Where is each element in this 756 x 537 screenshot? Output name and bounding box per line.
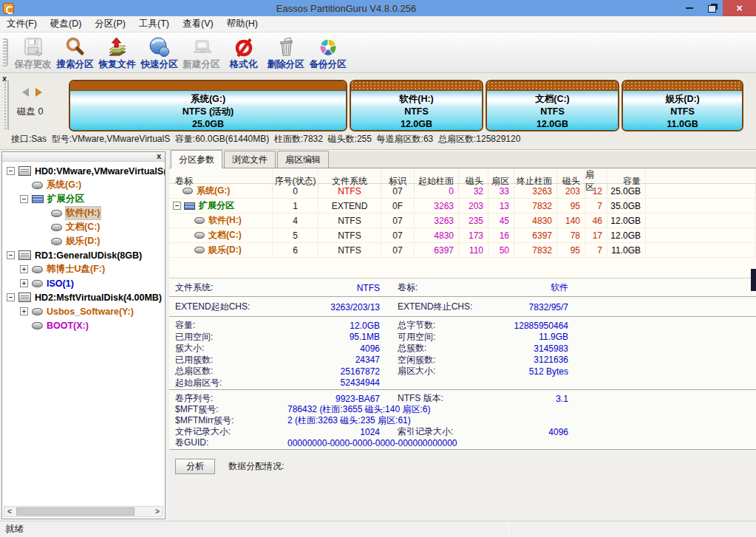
toolbar-button-search-partition[interactable]: 搜索分区 xyxy=(54,36,96,71)
tree-item-boot-x[interactable]: BOOT(X:) xyxy=(2,318,165,332)
toolbar-button-recover-files[interactable]: 恢复文件 xyxy=(96,36,138,71)
partition-icon xyxy=(51,224,62,231)
next-disk-arrow-icon[interactable] xyxy=(35,88,42,97)
detail-row: $MFTMirr簇号: 2 (柱面:3263 磁头:235 扇区:61) xyxy=(169,414,756,425)
partition-bar-software-h[interactable]: 软件(H:) NTFS 12.0GB xyxy=(350,80,483,131)
window-title: Eassos PartitionGuru V4.8.0.256 xyxy=(14,3,678,14)
detail-value: 4096 xyxy=(491,427,568,437)
menu-harddisk[interactable]: 硬盘(D) xyxy=(44,16,88,33)
tab-sector-edit[interactable]: 扇区编辑 xyxy=(277,151,329,168)
tab-partition-parameters[interactable]: 分区参数 xyxy=(171,150,222,168)
partition-bar-entertainment-d[interactable]: 娱乐(D:) NTFS 11.0GB xyxy=(622,80,743,131)
partition-name: 娱乐(D:) xyxy=(623,93,742,106)
toolbar-button-format[interactable]: 格式化 xyxy=(222,36,265,71)
partition-name: 文档(C:) xyxy=(487,93,618,106)
toolbar-button-quick-partition[interactable]: 快速分区 xyxy=(138,36,180,71)
tree-item-documents-c[interactable]: 文档(C:) xyxy=(2,220,165,234)
start-sector-cell: 45 xyxy=(488,213,514,228)
tree-item-usbos-software-y[interactable]: Usbos_Software(Y:) xyxy=(2,304,165,318)
table-row[interactable]: 软件(H:) 4 NTFS 07 3263 235 45 4830 140 46… xyxy=(169,213,756,228)
detail-row: 起始扇区号: 52434944 xyxy=(169,377,756,389)
volume-label-cell: 扩展分区 xyxy=(169,199,273,213)
partition-bar-system-g[interactable]: 系统(G:) NTFS (活动) 25.0GB xyxy=(69,80,347,131)
tree-item-rd1[interactable]: RD1:GeneralUDisk(8GB) xyxy=(2,248,165,262)
detail-label: 可用空间: xyxy=(380,331,491,343)
filesystem-cell: NTFS xyxy=(319,228,381,242)
tree-horizontal-scrollbar[interactable]: < > xyxy=(4,506,163,517)
tree-item-hd2[interactable]: HD2:MsftVirtualDisk(4.00MB) xyxy=(2,290,165,304)
scroll-left-icon[interactable]: < xyxy=(4,507,15,516)
menu-view[interactable]: 查看(V) xyxy=(176,16,220,33)
detail-label: 文件系统: xyxy=(169,281,287,294)
table-row[interactable]: 扩展分区 1 EXTEND 0F 3263 203 13 7832 95 7 3… xyxy=(169,199,756,213)
menu-partition[interactable]: 分区(P) xyxy=(88,16,132,33)
end-sector-cell: 17 xyxy=(585,228,607,242)
toolbar-grip xyxy=(3,38,7,66)
capacity-cell: 12.0GB xyxy=(607,228,646,242)
prev-disk-arrow-icon[interactable] xyxy=(22,88,29,97)
table-row[interactable]: 文档(C:) 5 NTFS 07 4830 173 16 6397 78 17 … xyxy=(169,228,756,243)
expand-expander-icon[interactable] xyxy=(20,265,28,273)
menu-file[interactable]: 文件(F) xyxy=(0,16,44,33)
collapse-expander-icon[interactable] xyxy=(7,293,15,301)
close-button[interactable]: × xyxy=(723,0,756,16)
filesystem-cell: EXTEND xyxy=(319,199,381,213)
tree-item-entertainment-d[interactable]: 娱乐(D:) xyxy=(2,234,165,248)
collapse-expander-icon[interactable] xyxy=(7,251,15,259)
table-header: 卷标 序号(状态) 文件系统 标识 起始柱面 磁头 扇区 终止柱面 磁头 扇区 … xyxy=(169,168,756,184)
tree-item-software-h[interactable]: 软件(H:) xyxy=(2,206,165,220)
scrollbar-thumb[interactable] xyxy=(16,507,134,516)
detail-value: 512 Bytes xyxy=(491,366,568,377)
tab-strip: 分区参数 浏览文件 扇区编辑 xyxy=(169,151,756,168)
partition-icon xyxy=(32,182,43,189)
tab-browse-files[interactable]: 浏览文件 xyxy=(224,151,276,168)
toolbar-button-delete-partition[interactable]: 删除分区 xyxy=(265,36,307,71)
details-actions: 分析 数据分配情况: xyxy=(169,450,756,474)
toolbar-button-save-changes[interactable]: 保存更改 xyxy=(12,36,54,71)
toolbar-label: 格式化 xyxy=(230,58,258,71)
trash-icon xyxy=(275,36,297,58)
expand-expander-icon[interactable] xyxy=(20,279,28,287)
detail-row: EXTEND起始CHS: 3263/203/13 EXTEND终止CHS: 78… xyxy=(169,299,756,315)
restore-button[interactable] xyxy=(701,0,723,16)
tree-item-system-g[interactable]: 系统(G:) xyxy=(2,178,165,192)
detail-label: NTFS 版本: xyxy=(380,392,491,405)
start-cylinder-cell: 0 xyxy=(415,184,459,198)
table-row[interactable]: 系统(G:) 0 NTFS 07 0 32 33 3263 203 12 25.… xyxy=(169,184,756,199)
analyze-button[interactable]: 分析 xyxy=(175,459,215,474)
table-row[interactable]: 娱乐(D:) 6 NTFS 07 6397 110 50 7832 95 7 1… xyxy=(169,243,756,258)
toolbar-button-backup-partition[interactable]: 备份分区 xyxy=(307,36,349,71)
tree-item-iso[interactable]: ISO(1) xyxy=(2,276,165,290)
tree-close-icon[interactable]: x xyxy=(157,151,161,160)
minimize-button[interactable] xyxy=(678,0,701,16)
toolbar-label: 快速分区 xyxy=(141,58,178,71)
scroll-right-icon[interactable]: > xyxy=(152,507,163,516)
filler-cell xyxy=(646,184,756,198)
partition-bar-documents-c[interactable]: 文档(C:) NTFS 12.0GB xyxy=(486,80,619,131)
capacity-cell: 35.0GB xyxy=(607,199,646,213)
disk-number-label: 磁盘 0 xyxy=(17,106,43,118)
detail-row: 卷序列号: 9923-BA67 NTFS 版本: 3.1 xyxy=(169,392,756,403)
harddisk-icon xyxy=(18,293,31,302)
tree-item-extended-partition[interactable]: 扩展分区 xyxy=(2,192,165,206)
status-bar: 就绪 xyxy=(0,521,756,537)
menu-tools[interactable]: 工具(T) xyxy=(132,16,176,33)
disk-tree-panel: x HD0:VMware,VMwareVirtualS(6 系统(G:) 扩展分… xyxy=(1,151,166,519)
status-divider xyxy=(508,524,509,535)
detail-label: 卷GUID: xyxy=(169,437,287,449)
partition-icon xyxy=(32,266,43,273)
toolbar-button-new-partition[interactable]: 新建分区 xyxy=(180,36,222,71)
end-head-cell: 95 xyxy=(557,243,585,257)
collapse-expander-icon[interactable] xyxy=(7,167,15,175)
partition-fs: NTFS xyxy=(623,106,742,118)
detail-row: 卷GUID: 00000000-0000-0000-0000-000000000… xyxy=(169,437,756,448)
partition-icon xyxy=(183,188,193,194)
end-head-cell: 78 xyxy=(557,228,585,242)
tree-item-hd0[interactable]: HD0:VMware,VMwareVirtualS(6 xyxy=(2,164,165,178)
expand-expander-icon[interactable] xyxy=(20,307,28,315)
collapse-expander-icon[interactable] xyxy=(20,195,28,203)
volume-label-cell: 娱乐(D:) xyxy=(169,243,273,257)
tree-item-usb-f[interactable]: 韩博士U盘(F:) xyxy=(2,262,165,276)
menu-help[interactable]: 帮助(H) xyxy=(220,16,265,33)
filler-cell xyxy=(646,228,756,242)
